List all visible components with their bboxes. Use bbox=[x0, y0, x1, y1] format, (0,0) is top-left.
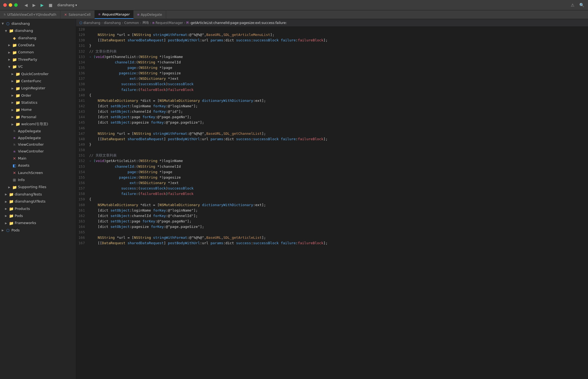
sidebar-item-dianshanguitests[interactable]: ▶ 📁 dianshangUITests bbox=[0, 198, 76, 205]
table-row: 130 [[DataRequest sharedDataRequest] pos… bbox=[76, 38, 588, 43]
sidebar-item-assets[interactable]: ◧ Assets bbox=[0, 162, 76, 169]
table-row: 137 ext:(NSDictionary *)ext bbox=[76, 76, 588, 81]
line-number: 153 bbox=[76, 164, 89, 169]
sidebar-item-personal[interactable]: ▶ 📁 Personal bbox=[0, 114, 76, 121]
sidebar-item-appdelegate-h[interactable]: h AppDelegate bbox=[0, 128, 76, 135]
line-content: [[DataRequest sharedDataRequest] postBod… bbox=[89, 38, 588, 43]
line-content: } bbox=[89, 43, 588, 48]
sidebar-item-dianshang-group[interactable]: ▼ 📁 dianshang bbox=[0, 27, 76, 34]
line-content: failure:(failureBlock)failureBlock bbox=[89, 191, 588, 197]
sidebar-item-home[interactable]: ▶ 📁 Home bbox=[0, 106, 76, 114]
arrow-icon: ▶ bbox=[8, 185, 11, 190]
sidebar-item-welcom[interactable]: ▶ 📁 welcom(引导页) bbox=[0, 121, 76, 128]
sidebar-item-label: CoreData bbox=[18, 42, 35, 48]
sidebar-item-viewcontroller-h[interactable]: h ViewController bbox=[0, 141, 76, 148]
sidebar-item-appdelegate-m[interactable]: m AppDelegate bbox=[0, 135, 76, 142]
sidebar-item-launchscreen[interactable]: ✕ LaunchScreen bbox=[0, 169, 76, 176]
sidebar-item-threeparty[interactable]: ▶ 📁 ThreeParty bbox=[0, 56, 76, 63]
sidebar-item-common[interactable]: ▶ 📁 Common bbox=[0, 49, 76, 56]
sidebar-item-label: CenterFunc bbox=[21, 78, 41, 84]
breadcrumb-dianshang2[interactable]: dianshang bbox=[104, 21, 121, 25]
arrow-icon: ▶ bbox=[11, 115, 14, 119]
line-number: 128 bbox=[76, 27, 89, 32]
window-controls bbox=[0, 3, 21, 7]
sidebar-item-info[interactable]: ⊞ Info bbox=[0, 176, 76, 184]
line-content: NSMutableDictionary *dict = [NSMutableDi… bbox=[89, 202, 588, 208]
line-number: 143 bbox=[76, 109, 89, 114]
sidebar-item-vc[interactable]: ▼ 📁 VC bbox=[0, 63, 76, 70]
sidebar-item-quickcontroller[interactable]: ▶ 📁 QuickController bbox=[0, 71, 76, 78]
storyboard-icon: ✕ bbox=[12, 170, 17, 176]
tab-uitableviewcell[interactable]: h UITableViewCell+YQIndexPath bbox=[0, 10, 60, 19]
impl-file-icon: m bbox=[12, 149, 17, 154]
tab-bar: h UITableViewCell+YQIndexPath ✕ Salesman… bbox=[0, 10, 588, 19]
breadcrumb-part[interactable]: ⬡ bbox=[79, 21, 82, 25]
sidebar-item-label: ViewController bbox=[18, 149, 44, 154]
line-content: page:(NSString *)page bbox=[89, 65, 588, 71]
breadcrumb-network[interactable]: 网络 bbox=[143, 20, 149, 25]
line-content: // 文章分类列表 bbox=[89, 49, 588, 54]
sidebar-item-pods-root[interactable]: ▶ ⬡ Pods bbox=[0, 227, 76, 234]
folder-icon: 📁 bbox=[9, 220, 14, 226]
sidebar-item-dianshangtests[interactable]: ▶ 📁 dianshangTests bbox=[0, 191, 76, 198]
minimize-button[interactable] bbox=[9, 3, 12, 7]
folder-icon: 📁 bbox=[12, 50, 17, 56]
sidebar-item-order[interactable]: ▶ 📁 Order bbox=[0, 92, 76, 99]
sidebar-item-root-dianshang[interactable]: ▼ ⬡ dianshang bbox=[0, 20, 76, 27]
line-content: - (void)getArticleList:(NSString *)login… bbox=[89, 158, 588, 164]
line-number: 139 bbox=[76, 87, 89, 93]
table-row: 153 channelId:(NSString *)channelId bbox=[76, 164, 588, 169]
breadcrumb-m[interactable]: m bbox=[152, 21, 154, 25]
sidebar-item-loginregister[interactable]: ▶ 📁 LoginRegister bbox=[0, 85, 76, 92]
back-icon[interactable]: ◀ bbox=[23, 2, 29, 8]
line-content: [dict setObject:pagesize forKey:@"page.p… bbox=[89, 120, 588, 125]
sidebar-item-viewcontroller-m[interactable]: m ViewController bbox=[0, 148, 76, 155]
tab-salesmancell[interactable]: ✕ SalesmanCell bbox=[60, 10, 95, 19]
tab-label: UITableViewCell+YQIndexPath bbox=[7, 13, 57, 17]
line-number: 165 bbox=[76, 230, 89, 235]
sidebar-item-label: Pods bbox=[15, 213, 23, 219]
run-icon[interactable]: ▶ bbox=[39, 2, 45, 8]
line-number: 135 bbox=[76, 65, 89, 71]
breadcrumb-requestmanager[interactable]: RequestManager bbox=[156, 21, 183, 25]
folder-icon: 📁 bbox=[9, 191, 14, 197]
arrow-icon: ▶ bbox=[4, 192, 8, 197]
breadcrumb-sep: › bbox=[184, 21, 185, 25]
code-editor[interactable]: 128 129 NSString *url = [NSString string… bbox=[76, 27, 588, 379]
line-number: 158 bbox=[76, 191, 89, 197]
sidebar-item-centerfunc[interactable]: ▶ 📁 CenterFunc bbox=[0, 78, 76, 85]
stop-icon[interactable]: ■ bbox=[47, 2, 54, 8]
warning-icon[interactable]: ⚠ bbox=[570, 2, 576, 8]
sidebar-item-main[interactable]: ✕ Main bbox=[0, 155, 76, 162]
sidebar-item-label: ViewController bbox=[18, 142, 44, 148]
breadcrumb-dianshang[interactable]: dianshang bbox=[83, 21, 100, 25]
table-row: 132// 文章分类列表 bbox=[76, 49, 588, 54]
sidebar-item-label: AppDelegate bbox=[18, 129, 41, 134]
close-button[interactable] bbox=[3, 3, 7, 7]
breadcrumb-common[interactable]: Common bbox=[124, 21, 139, 25]
sidebar-item-dianshang-target[interactable]: ◆ dianshang bbox=[0, 35, 76, 42]
sidebar-item-products[interactable]: ▶ 📁 Products bbox=[0, 205, 76, 212]
line-number: 151 bbox=[76, 153, 89, 158]
line-content: channelId:(NSString *)channelId bbox=[89, 164, 588, 169]
search-icon[interactable]: 🔍 bbox=[578, 2, 586, 8]
folder-icon: 📁 bbox=[15, 121, 20, 127]
maximize-button[interactable] bbox=[14, 3, 18, 7]
sidebar-item-pods[interactable]: ▶ 📁 Pods bbox=[0, 212, 76, 219]
sidebar-item-coredata[interactable]: ▶ 📁 CoreData bbox=[0, 42, 76, 49]
arrow-icon: ▶ bbox=[8, 50, 11, 55]
line-number: 147 bbox=[76, 131, 89, 136]
line-content: [dict setObject:page forKey:@"page.pageN… bbox=[89, 219, 588, 224]
tab-requestmanager[interactable]: m RequestManager bbox=[95, 10, 134, 19]
tab-appdelegate[interactable]: m AppDelegate bbox=[134, 10, 166, 19]
sidebar[interactable]: ▼ ⬡ dianshang ▼ 📁 dianshang ◆ dianshang … bbox=[0, 19, 76, 379]
table-row: 138 success:(successBlock)successBlock bbox=[76, 81, 588, 87]
sidebar-item-supporting-files[interactable]: ▶ 📁 Supporting Files bbox=[0, 184, 76, 191]
line-content: success:(successBlock)successBlock bbox=[89, 186, 588, 191]
scheme-selector[interactable]: dianshang ▾ bbox=[56, 3, 78, 8]
sidebar-item-frameworks[interactable]: ▶ 📁 Frameworks bbox=[0, 220, 76, 227]
breadcrumb-M[interactable]: M bbox=[187, 21, 188, 25]
line-content: [dict setObject:pagesize forKey:@"page.p… bbox=[89, 224, 588, 230]
sidebar-item-statistics[interactable]: ▶ 📁 Statistics bbox=[0, 99, 76, 106]
forward-icon[interactable]: ▶ bbox=[31, 2, 37, 8]
